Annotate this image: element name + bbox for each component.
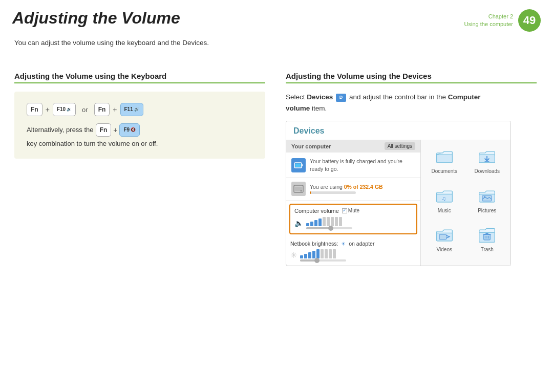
device-icon-downloads[interactable]: Downloads (466, 144, 509, 183)
music-label: Music (438, 208, 451, 213)
chapter-badge: Chapter 2 Using the computer 49 (464, 9, 541, 32)
svg-rect-6 (436, 155, 452, 163)
key-fn-1: Fn (27, 103, 42, 116)
key-f11: F11 🔊 (120, 103, 143, 116)
volume-row: 🔈 (294, 217, 412, 229)
downloads-label: Downloads (475, 168, 500, 174)
vol-bar-4 (318, 219, 322, 226)
battery-section: Your battery is fully charged and you're… (286, 153, 420, 177)
svg-rect-2 (295, 164, 301, 167)
devices-icon-inline: D (336, 94, 346, 102)
trash-label: Trash (481, 247, 494, 252)
vol-bar-5 (323, 217, 326, 226)
vol-bar-9 (339, 217, 342, 226)
desc-post: item. (312, 104, 327, 112)
brightness-header: Netbook brightness: ☀ on adapter (290, 241, 416, 247)
volume-bars-container (306, 217, 352, 229)
keyboard-demo-box: Fn + F10 🔉 or Fn + F11 🔊 Alternatively, … (14, 92, 265, 159)
devices-body: Your computer All settings Your bat (286, 140, 511, 265)
device-icon-music[interactable]: ♫ Music (423, 183, 466, 222)
left-column: Adjusting the Volume using the Keyboard … (14, 72, 265, 266)
storage-text: You are using 0% of 232.4 GB (310, 184, 383, 190)
svg-rect-17 (439, 234, 446, 239)
your-computer-bar: Your computer All settings (286, 140, 420, 153)
desc-mid: and adjust the control bar in the (349, 93, 446, 101)
desc-pre: Select (286, 93, 305, 101)
storage-icon (291, 182, 306, 196)
mute-checkbox: ✓ Mute (342, 208, 359, 213)
your-computer-label: Your computer (291, 143, 331, 149)
svg-rect-1 (302, 164, 303, 166)
svg-point-15 (484, 196, 485, 198)
plus-3: + (113, 124, 117, 136)
plus-2: + (113, 105, 117, 114)
alt-pre: Alternatively, press the (27, 125, 94, 136)
key-or: or (82, 106, 88, 114)
device-icon-pictures[interactable]: Pictures (466, 183, 509, 222)
page-number: 49 (518, 9, 541, 32)
battery-text: Your battery is fully charged and you're… (310, 158, 415, 172)
storage-bar (310, 191, 356, 194)
right-desc: Select Devices D and adjust the control … (286, 92, 537, 114)
brightness-slider-fill (300, 259, 315, 262)
vol-bar-2 (310, 222, 313, 226)
key-fn-3: Fn (96, 123, 112, 137)
vol-bar-6 (327, 217, 330, 226)
right-section-heading: Adjusting the Volume using the Devices (286, 72, 537, 83)
devices-left: Your computer All settings Your bat (286, 140, 421, 265)
volume-bars (306, 217, 352, 226)
all-settings-button[interactable]: All settings (385, 142, 415, 150)
brightness-row: ✳ (290, 249, 416, 262)
device-icon-videos[interactable]: Videos (423, 222, 466, 261)
chapter-sub: Using the computer (464, 20, 513, 28)
volume-section: Computer volume ✓ Mute 🔈 (289, 204, 417, 234)
svg-text:♫: ♫ (441, 195, 446, 202)
key-row-1: Fn + F10 🔉 or Fn + F11 🔊 (27, 103, 253, 116)
bright-bar-3 (308, 252, 311, 258)
pictures-label: Pictures (478, 208, 496, 213)
key-f10: F10 🔉 (53, 103, 76, 116)
right-column: Adjusting the Volume using the Devices S… (286, 72, 537, 266)
mute-label: Mute (348, 208, 359, 213)
bright-bar-5 (316, 249, 320, 258)
videos-label: Videos (437, 247, 452, 252)
devices-right: Documents Dow (421, 140, 511, 265)
documents-icon (435, 147, 454, 166)
volume-slider-fill (306, 227, 329, 229)
key-fn-2: Fn (94, 103, 110, 116)
bright-bar-1 (300, 255, 303, 258)
brightness-slider[interactable] (300, 259, 346, 262)
videos-icon (435, 225, 454, 245)
vol-bar-3 (314, 220, 317, 226)
downloads-icon (477, 147, 497, 166)
volume-header: Computer volume ✓ Mute (294, 208, 412, 214)
main-content: Adjusting the Volume using the Keyboard … (0, 61, 553, 266)
left-section-heading: Adjusting the Volume using the Keyboard (14, 72, 265, 83)
brightness-bars (300, 249, 346, 258)
pictures-icon (477, 186, 497, 206)
plus-1: + (46, 105, 50, 114)
page-header: Adjusting the Volume Chapter 2 Using the… (0, 0, 553, 32)
bright-bar-4 (312, 251, 315, 258)
brightness-slider-thumb[interactable] (314, 258, 320, 263)
storage-usage: 0% of 232.4 GB (344, 184, 383, 190)
vol-bar-1 (306, 223, 309, 226)
volume-slider[interactable] (306, 227, 352, 229)
volume-icon: 🔈 (294, 219, 303, 227)
brightness-icon: ✳ (290, 250, 297, 260)
volume-slider-thumb[interactable] (328, 226, 333, 231)
brightness-label: Netbook brightness: (290, 241, 338, 247)
music-icon: ♫ (435, 186, 454, 206)
devices-title: Devices (293, 126, 325, 135)
device-icon-trash[interactable]: Trash (466, 222, 509, 261)
device-icon-documents[interactable]: Documents (423, 144, 466, 183)
bright-bar-9 (333, 249, 336, 258)
key-f9: F9 🔇 (119, 123, 140, 137)
brightness-sub: on adapter (349, 241, 374, 247)
alt-post: key combination to turn the volume on or… (27, 139, 158, 149)
brightness-controls (300, 249, 346, 262)
bright-bar-7 (325, 249, 328, 258)
bright-bar-6 (321, 249, 324, 258)
trash-icon (477, 225, 497, 245)
battery-icon (291, 158, 306, 172)
